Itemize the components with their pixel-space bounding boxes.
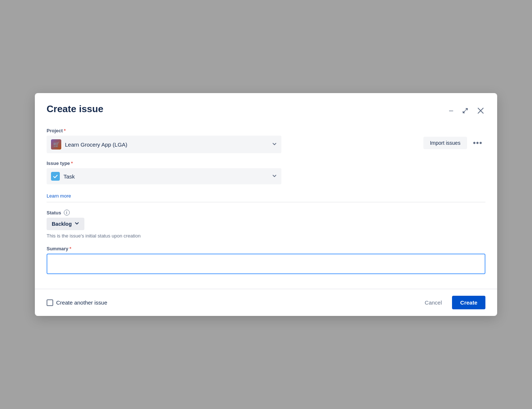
project-label: Project *	[47, 128, 423, 133]
cancel-button[interactable]: Cancel	[418, 296, 449, 309]
issue-type-select-text: Task	[63, 173, 268, 180]
status-value: Backlog	[52, 221, 72, 227]
create-button[interactable]: Create	[452, 296, 485, 309]
issue-type-chevron-icon	[272, 173, 277, 180]
create-another-checkbox[interactable]	[47, 299, 53, 306]
dialog-overlay: Create issue –	[0, 0, 532, 409]
summary-label: Summary *	[47, 246, 485, 251]
close-button[interactable]	[476, 106, 485, 115]
dialog-header: Create issue –	[35, 93, 497, 122]
close-icon	[477, 107, 484, 114]
more-options-button[interactable]: •••	[470, 137, 485, 149]
status-field-group: Status i Backlog This is the issue's ini…	[47, 210, 485, 239]
learn-more-link[interactable]: Learn more	[47, 193, 71, 199]
create-another-checkbox-wrapper[interactable]: Create another issue	[47, 299, 107, 306]
status-info-icon[interactable]: i	[64, 210, 70, 215]
top-row-left: Project * 🛒 Learn Grocery App (LGA)	[47, 128, 423, 199]
task-icon	[51, 172, 60, 181]
summary-field-group: Summary *	[47, 246, 485, 274]
status-chevron-icon	[74, 221, 79, 227]
section-divider	[47, 202, 485, 202]
status-hint: This is the issue's initial status upon …	[47, 233, 485, 239]
header-actions: –	[448, 105, 485, 116]
summary-required: *	[69, 246, 71, 251]
project-select[interactable]: 🛒 Learn Grocery App (LGA)	[47, 136, 281, 153]
top-row: Project * 🛒 Learn Grocery App (LGA)	[47, 128, 485, 199]
expand-icon	[462, 107, 469, 114]
issue-type-select[interactable]: Task	[47, 168, 281, 184]
import-issues-button[interactable]: Import issues	[423, 137, 467, 149]
expand-button[interactable]	[460, 106, 470, 115]
project-select-text: Learn Grocery App (LGA)	[65, 141, 268, 148]
dialog-title: Create issue	[47, 103, 103, 115]
summary-input[interactable]	[47, 254, 485, 274]
minimize-icon: –	[449, 106, 453, 115]
minimize-button[interactable]: –	[448, 105, 455, 116]
issue-type-label: Issue type *	[47, 161, 423, 166]
footer-left: Create another issue	[47, 299, 107, 306]
project-icon: 🛒	[51, 139, 61, 150]
status-select[interactable]: Backlog	[47, 218, 84, 230]
status-label: Status i	[47, 210, 485, 215]
footer-right: Cancel Create	[418, 296, 485, 309]
issue-type-field-group: Issue type * Task	[47, 161, 423, 184]
issue-type-required: *	[71, 161, 73, 166]
top-row-right: Import issues •••	[423, 137, 485, 149]
create-another-label: Create another issue	[56, 299, 107, 306]
create-issue-dialog: Create issue –	[35, 93, 497, 316]
dialog-body: Project * 🛒 Learn Grocery App (LGA)	[35, 122, 497, 281]
dialog-footer: Create another issue Cancel Create	[35, 289, 497, 316]
project-chevron-icon	[272, 141, 277, 148]
ellipsis-icon: •••	[473, 138, 482, 147]
project-field-group: Project * 🛒 Learn Grocery App (LGA)	[47, 128, 423, 153]
project-required: *	[64, 128, 66, 133]
